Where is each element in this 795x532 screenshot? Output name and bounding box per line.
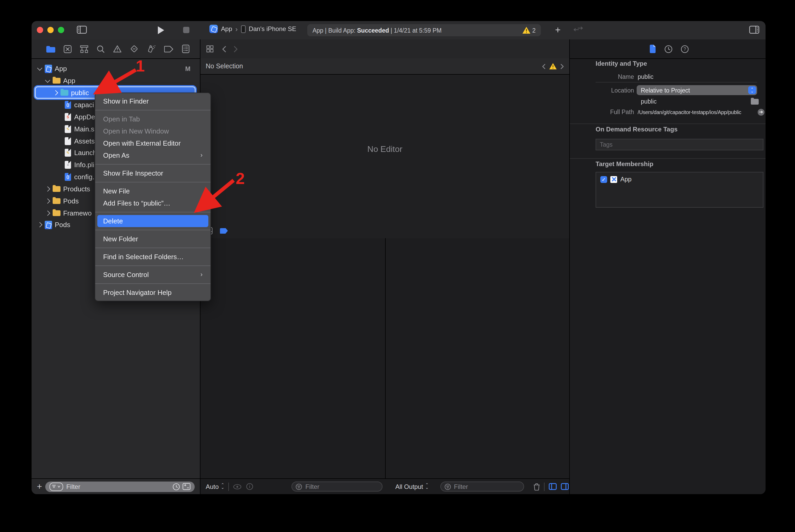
tags-field[interactable]: Tags bbox=[596, 139, 763, 150]
scheme-device-label[interactable]: Dan's iPhone SE bbox=[249, 25, 296, 33]
menu-item-show-file-inspector[interactable]: Show File Inspector bbox=[95, 167, 211, 179]
issue-warning-icon[interactable] bbox=[549, 63, 557, 70]
forward-icon[interactable] bbox=[234, 46, 238, 53]
odrt-section-header: On Demand Resource Tags bbox=[596, 126, 678, 133]
related-items-icon[interactable] bbox=[206, 45, 214, 53]
back-icon[interactable] bbox=[222, 46, 226, 53]
tree-label: Products bbox=[63, 185, 90, 193]
menu-item-find-in-selected-folders[interactable]: Find in Selected Folders… bbox=[95, 251, 211, 263]
target-name: App bbox=[620, 176, 632, 183]
zoom-window-button[interactable] bbox=[58, 27, 64, 33]
toggle-inspector-icon[interactable] bbox=[749, 26, 759, 34]
checkbox-checked-icon[interactable]: ✓ bbox=[600, 176, 607, 183]
menu-item-source-control[interactable]: Source Control› bbox=[95, 269, 211, 281]
choose-folder-icon[interactable] bbox=[751, 99, 759, 104]
menu-item-delete[interactable]: Delete bbox=[97, 215, 209, 227]
info-icon[interactable] bbox=[247, 483, 253, 490]
menu-divider bbox=[95, 283, 211, 284]
source-control-filter-icon[interactable] bbox=[183, 483, 191, 490]
scheme-selector[interactable]: App › Dan's iPhone SE bbox=[210, 25, 296, 33]
folder-icon bbox=[53, 186, 60, 192]
quicklook-eye-icon[interactable] bbox=[233, 484, 242, 489]
scheme-project-label[interactable]: App bbox=[221, 25, 232, 33]
toggle-console-view-icon[interactable] bbox=[561, 483, 569, 490]
tree-label: Main.s bbox=[74, 125, 94, 133]
editor-tab-bar bbox=[200, 39, 569, 59]
swift-file-icon: S bbox=[65, 113, 71, 121]
tree-label: Pods bbox=[63, 197, 79, 205]
identity-section-header: Identity and Type bbox=[596, 60, 647, 67]
reveal-path-arrow-icon[interactable]: ➔ bbox=[758, 109, 764, 116]
source-control-navigator-tab-icon[interactable] bbox=[64, 45, 72, 53]
minimize-window-button[interactable] bbox=[47, 27, 54, 33]
add-button[interactable]: + bbox=[555, 26, 561, 34]
tree-label: public bbox=[71, 89, 89, 97]
menu-item-show-in-finder[interactable]: Show in Finder bbox=[95, 95, 211, 107]
tree-label: config. bbox=[74, 173, 94, 181]
disclosure-closed-icon[interactable] bbox=[45, 198, 50, 204]
navigator-filter-field[interactable]: Filter bbox=[45, 481, 195, 492]
debug-navigator-tab-icon[interactable] bbox=[147, 45, 156, 53]
name-value[interactable]: public bbox=[638, 74, 653, 80]
close-window-button[interactable] bbox=[37, 27, 43, 33]
tree-label: Launch bbox=[74, 149, 96, 157]
debug-area-divider[interactable] bbox=[385, 238, 386, 478]
tree-row-project-app[interactable]: App M bbox=[32, 62, 200, 75]
filter-options-icon[interactable] bbox=[50, 482, 63, 491]
location-dropdown[interactable]: Relative to Project ⌃⌄ bbox=[637, 85, 757, 95]
previous-issue-icon[interactable] bbox=[542, 63, 546, 69]
issue-navigator-tab-icon[interactable] bbox=[113, 45, 122, 53]
scheme-chevron: › bbox=[235, 25, 238, 33]
next-issue-icon[interactable] bbox=[560, 63, 564, 69]
history-inspector-tab-icon[interactable] bbox=[665, 45, 672, 53]
inspector-pane: ? Identity and Type Name public Location… bbox=[569, 39, 765, 494]
menu-item-new-file[interactable]: New File bbox=[95, 185, 211, 197]
target-membership-box: ✓ App bbox=[596, 172, 763, 208]
console-filter-field[interactable]: Filter bbox=[440, 481, 524, 492]
find-navigator-tab-icon[interactable] bbox=[97, 45, 105, 53]
context-menu: Show in Finder Open in Tab Open in New W… bbox=[95, 93, 211, 301]
clear-console-trash-icon[interactable] bbox=[534, 483, 540, 490]
menu-item-open-with-external-editor[interactable]: Open with External Editor bbox=[95, 137, 211, 149]
debug-bottom-bar: Auto⌃⌄ Filter All Output⌃⌄ Filter bbox=[200, 478, 569, 494]
test-navigator-tab-icon[interactable] bbox=[130, 45, 138, 53]
help-inspector-tab-icon[interactable]: ? bbox=[681, 45, 689, 53]
jump-bar[interactable]: No Selection bbox=[200, 58, 569, 75]
menu-item-project-navigator-help[interactable]: Project Navigator Help bbox=[95, 286, 211, 299]
disclosure-closed-icon[interactable] bbox=[45, 186, 50, 192]
run-button[interactable] bbox=[157, 26, 164, 34]
toggle-variables-view-icon[interactable] bbox=[549, 483, 557, 490]
add-file-button[interactable]: + bbox=[37, 483, 42, 490]
disclosure-closed-icon[interactable] bbox=[53, 90, 58, 95]
svg-text:?: ? bbox=[684, 46, 686, 52]
submenu-arrow-icon: › bbox=[200, 149, 202, 162]
breakpoint-navigator-tab-icon[interactable] bbox=[164, 45, 174, 52]
breakpoints-toggle-icon[interactable] bbox=[220, 228, 228, 234]
disclosure-open-icon[interactable] bbox=[37, 65, 42, 71]
iphone-icon bbox=[241, 25, 246, 33]
menu-item-add-files[interactable]: Add Files to “public”… bbox=[95, 197, 211, 209]
menu-item-new-folder[interactable]: New Folder bbox=[95, 233, 211, 245]
target-membership-row[interactable]: ✓ App bbox=[596, 172, 763, 183]
recent-files-icon[interactable] bbox=[173, 483, 180, 490]
disclosure-open-icon[interactable] bbox=[45, 77, 50, 82]
tree-row-folder-app[interactable]: App bbox=[32, 75, 200, 87]
menu-item-open-as[interactable]: Open As› bbox=[95, 149, 211, 162]
activity-status-bar[interactable]: App | Build App: Succeeded | 1/4/21 at 5… bbox=[307, 24, 541, 36]
variables-filter-field[interactable]: Filter bbox=[292, 481, 383, 492]
warning-icon[interactable] bbox=[522, 27, 530, 34]
file-inspector-tab-icon[interactable] bbox=[649, 45, 656, 53]
report-navigator-tab-icon[interactable] bbox=[182, 45, 189, 53]
toggle-navigator-icon[interactable] bbox=[77, 26, 87, 34]
swap-editor-icon[interactable] bbox=[574, 26, 583, 34]
stop-button[interactable] bbox=[183, 27, 189, 33]
disclosure-closed-icon[interactable] bbox=[45, 211, 50, 216]
project-navigator-tab-icon[interactable] bbox=[46, 45, 55, 52]
console-scope-selector[interactable]: All Output⌃⌄ bbox=[395, 483, 429, 490]
desktop: App › Dan's iPhone SE App | Build App: S… bbox=[0, 0, 795, 532]
variables-scope-selector[interactable]: Auto⌃⌄ bbox=[206, 483, 224, 490]
disclosure-closed-icon[interactable] bbox=[37, 222, 42, 227]
menu-divider bbox=[95, 248, 211, 248]
editor-pane: No Selection No Editor Auto⌃⌄ bbox=[200, 39, 569, 494]
symbol-navigator-tab-icon[interactable] bbox=[80, 45, 88, 53]
